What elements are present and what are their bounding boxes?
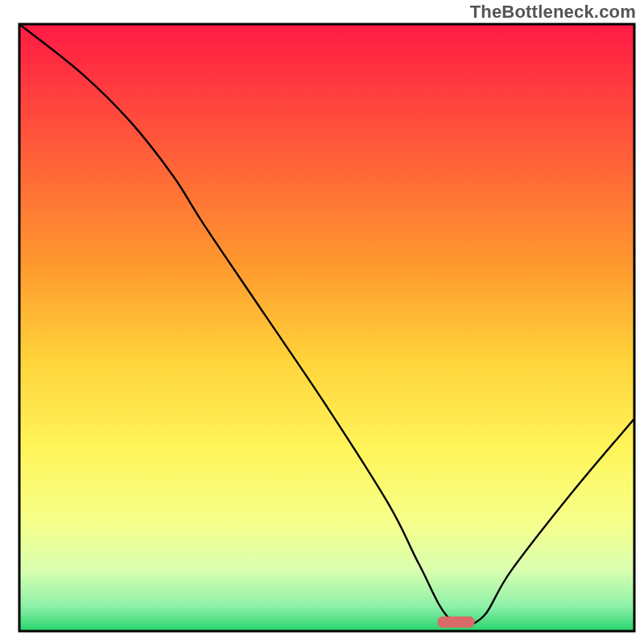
bottleneck-chart: [0, 0, 644, 644]
watermark-text: TheBottleneck.com: [470, 2, 636, 23]
chart-container: { "watermark": "TheBottleneck.com", "cha…: [0, 0, 644, 644]
optimal-marker: [437, 617, 474, 628]
plot-background: [19, 24, 634, 631]
